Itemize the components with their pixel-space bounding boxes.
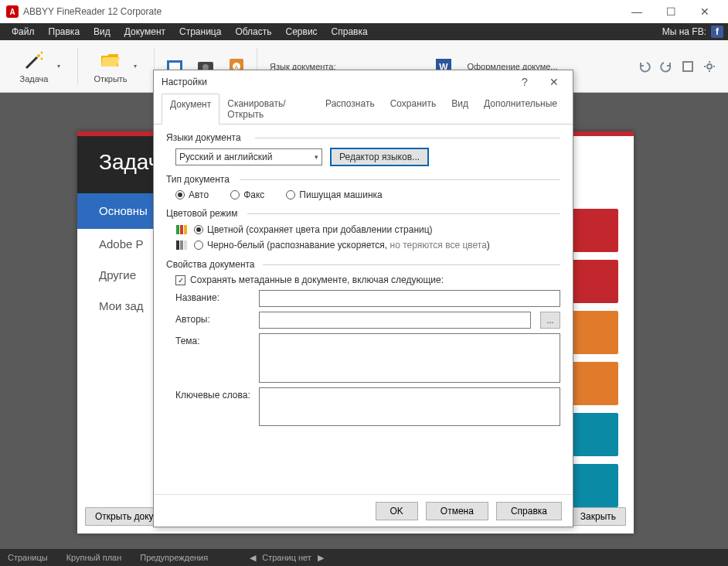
checkbox-keep-metadata[interactable]: ✓ [175, 275, 185, 285]
svg-rect-4 [169, 63, 180, 70]
tab-document[interactable]: Документ [162, 94, 219, 124]
next-page-icon[interactable]: ▶ [318, 553, 324, 563]
open-label: Открыть [94, 74, 127, 84]
section-doctype: Тип документа Авто Факс Пишущая машинка [166, 174, 560, 200]
menu-area[interactable]: Область [228, 23, 278, 40]
label-authors: Авторы: [175, 312, 253, 325]
menu-view[interactable]: Вид [87, 23, 117, 40]
section-languages: Языки документа Русский и английский ▾ Р… [166, 132, 560, 166]
status-warnings[interactable]: Предупреждения [140, 553, 208, 562]
menubar: Файл Правка Вид Документ Страница Област… [0, 23, 728, 40]
tab-save[interactable]: Сохранить [383, 94, 444, 124]
minimize-button[interactable]: — [620, 0, 654, 23]
menu-document[interactable]: Документ [117, 23, 172, 40]
label-title: Название: [175, 290, 253, 303]
language-editor-button[interactable]: Редактор языков... [330, 148, 429, 166]
tab-advanced[interactable]: Дополнительные [476, 94, 565, 124]
menu-page[interactable]: Страница [172, 23, 228, 40]
redo-icon[interactable] [657, 57, 675, 76]
radio-fax-label: Факс [243, 189, 264, 200]
tab-scan-open[interactable]: Сканировать/Открыть [219, 94, 318, 124]
status-pages[interactable]: Страницы [8, 553, 48, 562]
task-button[interactable]: Задача [6, 43, 62, 90]
close-button[interactable]: ✕ [688, 0, 722, 23]
settings-dialog: Настройки ? ✕ Документ Сканировать/Откры… [153, 70, 573, 527]
menu-service[interactable]: Сервис [279, 23, 325, 40]
statusbar: Страницы Крупный план Предупреждения ◀ С… [0, 549, 728, 566]
radio-color[interactable]: Цветной (сохраняет цвета при добавлении … [194, 224, 433, 235]
input-subject[interactable] [259, 333, 560, 383]
radio-typewriter-label: Пишущая машинка [299, 189, 382, 200]
open-button[interactable]: Открыть [83, 43, 138, 90]
close-panel-button[interactable]: Закрыть [570, 507, 626, 526]
svg-point-1 [41, 51, 43, 53]
svg-rect-18 [180, 240, 183, 250]
svg-rect-15 [180, 225, 183, 234]
task-label: Задача [20, 74, 49, 84]
tab-view[interactable]: Вид [444, 94, 476, 124]
folder-open-icon [100, 49, 121, 71]
dialog-body: Языки документа Русский и английский ▾ Р… [154, 124, 573, 494]
section-colormode-title: Цветовой режим [166, 208, 560, 219]
svg-rect-12 [683, 62, 692, 71]
svg-rect-16 [184, 225, 187, 234]
menu-help[interactable]: Справка [325, 23, 375, 40]
svg-rect-17 [176, 240, 179, 250]
section-docprops: Свойства документа ✓ Сохранять метаданны… [166, 259, 560, 426]
radio-icon [286, 190, 295, 199]
dialog-tabs: Документ Сканировать/Открыть Распознать … [154, 94, 573, 124]
radio-fax[interactable]: Факс [230, 189, 264, 200]
radio-icon [194, 240, 203, 250]
tools-icon[interactable] [679, 57, 697, 76]
color-palette-icon [175, 223, 188, 236]
dialog-title: Настройки [162, 77, 207, 87]
task-dropdown[interactable]: ▾ [57, 63, 73, 70]
label-subject: Тема: [175, 333, 253, 346]
radio-icon [230, 190, 240, 199]
radio-auto-label: Авто [189, 189, 209, 200]
help-button[interactable]: Справка [496, 502, 562, 520]
radio-auto[interactable]: Авто [175, 189, 209, 200]
section-colormode: Цветовой режим Цветной (сохраняет цвета … [166, 208, 560, 251]
ok-button[interactable]: OK [376, 502, 418, 520]
page-nav: ◀ Страниц нет ▶ [250, 553, 324, 563]
maximize-button[interactable]: ☐ [654, 0, 688, 23]
undo-icon[interactable] [635, 57, 654, 76]
titlebar: A ABBYY FineReader 12 Corporate — ☐ ✕ [0, 0, 728, 23]
open-dropdown[interactable]: ▾ [134, 63, 149, 70]
dialog-help-icon[interactable]: ? [514, 76, 536, 88]
radio-typewriter[interactable]: Пишущая машинка [286, 189, 382, 200]
section-doctype-title: Тип документа [166, 174, 560, 185]
svg-point-2 [41, 57, 43, 60]
prev-page-icon[interactable]: ◀ [250, 553, 256, 563]
svg-point-13 [707, 64, 712, 69]
radio-color-label: Цветной (сохраняет цвета при добавлении … [207, 224, 433, 235]
input-keywords[interactable] [259, 387, 560, 426]
dialog-footer: OK Отмена Справка [154, 494, 573, 527]
svg-rect-14 [176, 225, 179, 234]
dialog-close-icon[interactable]: ✕ [543, 76, 565, 88]
fb-label: Мы на FB: [662, 26, 706, 37]
language-select[interactable]: Русский и английский ▾ [175, 148, 322, 165]
cancel-button[interactable]: Отмена [426, 502, 488, 520]
separator [77, 48, 78, 85]
wand-icon [23, 49, 45, 71]
window-controls: — ☐ ✕ [620, 0, 722, 23]
status-zoom[interactable]: Крупный план [66, 553, 122, 562]
radio-bw[interactable]: Черно-белый (распознавание ускоряется, н… [194, 240, 490, 251]
menu-edit[interactable]: Правка [42, 23, 87, 40]
input-authors[interactable] [259, 312, 531, 329]
browse-authors-button[interactable]: ... [540, 312, 560, 329]
tab-recognize[interactable]: Распознать [318, 94, 383, 124]
input-title[interactable] [259, 290, 560, 307]
chevron-down-icon: ▾ [315, 153, 318, 161]
svg-point-0 [37, 54, 40, 57]
bw-palette-icon [175, 239, 188, 251]
status-nopages: Страниц нет [262, 553, 311, 562]
radio-icon [194, 225, 203, 234]
settings-icon[interactable] [700, 57, 719, 76]
dialog-titlebar: Настройки ? ✕ [154, 70, 573, 94]
facebook-icon[interactable]: f [711, 26, 723, 38]
menu-file[interactable]: Файл [5, 23, 42, 40]
radio-icon [175, 190, 185, 199]
